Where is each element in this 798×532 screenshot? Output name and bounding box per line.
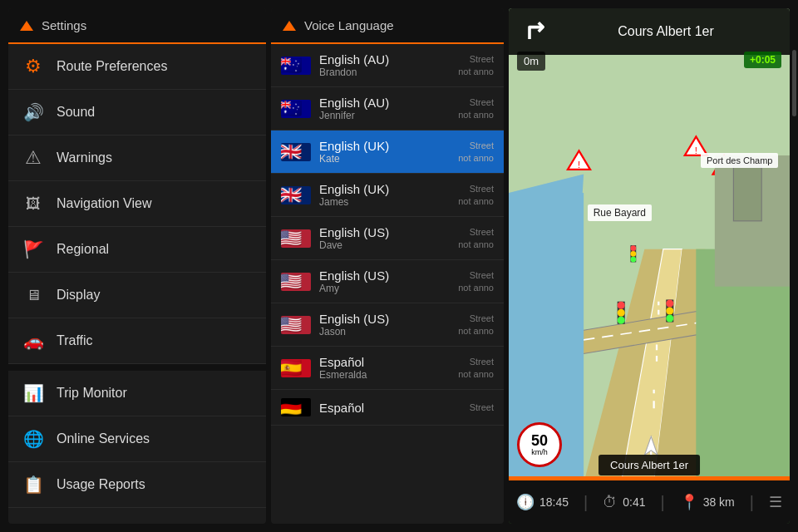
back-arrow-icon[interactable] [20, 21, 33, 31]
lang-status-9: Street [470, 401, 494, 413]
menu-item-sound[interactable]: Sound [8, 90, 266, 135]
lang-status-6: Streetnot anno [458, 269, 494, 293]
menu-item-nav[interactable]: Navigation View [8, 181, 266, 227]
lang-person-7: Jason [319, 326, 450, 337]
hamburger-icon[interactable]: ☰ [769, 493, 782, 511]
voice-lang-header: Voice Language [271, 8, 504, 44]
eta-badge: +0:05 [744, 52, 781, 68]
destination-street-label: Cours Albert 1er [598, 455, 700, 475]
lang-status-5: Streetnot anno [458, 226, 494, 250]
flag-uk-1 [281, 143, 311, 161]
lang-person-1: Brandon [319, 66, 450, 78]
lang-item-6[interactable]: English (US) Amy Streetnot anno [271, 260, 504, 303]
rue-bayard-label: Rue Bayard [588, 204, 652, 221]
lang-item-9[interactable]: Español Street [271, 390, 504, 426]
lang-status-3: Streetnot anno [458, 140, 494, 164]
footer-sep-2: | [660, 493, 664, 512]
menu-label-nav: Navigation View [57, 196, 151, 211]
flag-us-1 [281, 229, 311, 248]
svg-point-22 [630, 245, 636, 251]
menu-label-trip: Trip Monitor [57, 386, 127, 401]
settings-header: Settings [8, 8, 266, 44]
lang-name-6: English (US) [319, 268, 450, 283]
svg-point-14 [618, 302, 625, 309]
traffic-icon [22, 329, 45, 352]
menu-divider [8, 364, 266, 371]
lang-info-1: English (AU) Brandon [319, 52, 450, 78]
lang-person-8: Esmeralda [319, 369, 450, 381]
lang-info-9: Español [319, 401, 461, 415]
lang-item-2[interactable]: English (AU) Jennifer Streetnot anno [271, 87, 504, 131]
warning-icon [22, 146, 45, 170]
distance-icon: 📍 [680, 493, 698, 511]
menu-item-regional[interactable]: Regional [8, 227, 266, 273]
footer-distance-value: 38 km [703, 495, 735, 509]
lang-name-5: English (US) [319, 225, 450, 239]
distance-badge: 0m [517, 52, 545, 71]
lang-name-7: English (US) [319, 312, 450, 326]
svg-rect-35 [733, 165, 761, 221]
back-arrow-icon-mid[interactable] [283, 21, 296, 31]
menu-label-display: Display [57, 288, 100, 303]
footer-menu[interactable]: ☰ [769, 493, 782, 511]
lang-person-4: James [319, 196, 450, 208]
settings-panel: Settings Route Preferences Sound Warning… [8, 8, 266, 524]
flag-de-1 [281, 398, 311, 416]
lang-item-7[interactable]: English (US) Jason Streetnot anno [271, 303, 504, 347]
lang-person-6: Amy [319, 283, 450, 294]
lang-item-3[interactable]: English (UK) Kate Streetnot anno [271, 131, 504, 174]
menu-item-display[interactable]: Display [8, 273, 266, 318]
lang-status-7: Streetnot anno [458, 313, 494, 337]
menu-label-regional: Regional [57, 242, 109, 257]
lang-info-3: English (UK) Kate [319, 139, 450, 165]
lang-info-7: English (US) Jason [319, 312, 450, 337]
footer-time: 🕕 18:45 [516, 493, 569, 511]
lang-name-8: Español [319, 355, 450, 369]
menu-label-usage: Usage Reports [57, 477, 145, 492]
lang-item-8[interactable]: Español Esmeralda Streetnot anno [271, 347, 504, 390]
flag-es-1 [281, 359, 311, 377]
voice-lang-title: Voice Language [304, 18, 394, 32]
app-container: Settings Route Preferences Sound Warning… [0, 0, 798, 532]
flag-us-2 [281, 273, 311, 291]
map-panel: Cours Albert 1er 0m +0:05 [509, 8, 790, 524]
lang-status-8: Streetnot anno [458, 356, 494, 380]
port-champ-label: Port des Champ [701, 153, 778, 168]
lang-item-1[interactable]: English (AU) Brandon Streetnot anno [271, 44, 504, 87]
lang-info-6: English (US) Amy [319, 268, 450, 294]
voice-language-panel: Voice Language English (AU) Brandon Stre… [271, 8, 504, 524]
lang-info-8: Español Esmeralda [319, 355, 450, 381]
lang-item-4[interactable]: English (UK) James Streetnot anno [271, 174, 504, 217]
flag-au-2 [281, 100, 311, 118]
lang-person-3: Kate [319, 153, 450, 165]
nav-icon [22, 192, 45, 215]
speed-unit: km/h [531, 448, 548, 456]
lang-info-2: English (AU) Jennifer [319, 96, 450, 121]
svg-point-15 [618, 309, 625, 317]
lang-item-5[interactable]: English (US) Dave Streetnot anno [271, 217, 504, 260]
trip-icon [22, 382, 45, 405]
lang-name-3: English (UK) [319, 139, 450, 153]
svg-point-18 [666, 299, 673, 307]
lang-name-2: English (AU) [319, 96, 450, 110]
svg-text:!: ! [695, 145, 697, 155]
menu-item-traffic[interactable]: Traffic [8, 318, 266, 364]
speed-number: 50 [531, 433, 548, 448]
menu-label-sound: Sound [57, 105, 95, 120]
menu-item-warnings[interactable]: Warnings [8, 135, 266, 181]
regional-icon [22, 238, 45, 261]
flag-au-1 [281, 57, 311, 75]
display-icon [22, 283, 45, 307]
sound-icon [22, 101, 45, 124]
gear-icon [22, 55, 45, 78]
menu-item-online[interactable]: Online Services [8, 416, 266, 462]
menu-label-online: Online Services [57, 431, 150, 446]
lang-person-2: Jennifer [319, 110, 450, 121]
menu-item-route[interactable]: Route Preferences [8, 44, 266, 90]
menu-label-route: Route Preferences [57, 59, 167, 74]
footer-sep-1: | [584, 493, 588, 512]
footer-duration-value: 0:41 [623, 495, 645, 509]
menu-item-usage[interactable]: Usage Reports [8, 462, 266, 508]
footer-duration: ⏱ 0:41 [603, 494, 645, 511]
menu-item-trip[interactable]: Trip Monitor [8, 371, 266, 416]
